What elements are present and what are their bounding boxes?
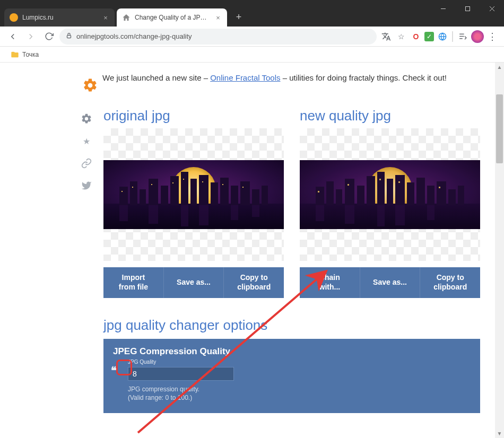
svg-rect-26 bbox=[252, 189, 259, 205]
separator bbox=[452, 31, 453, 42]
svg-rect-37 bbox=[149, 205, 158, 224]
chain-with-button[interactable]: Chain with... bbox=[300, 267, 360, 298]
svg-rect-32 bbox=[183, 179, 184, 180]
browser-tab-lumpics[interactable]: Lumpics.ru × bbox=[4, 8, 115, 27]
svg-rect-23 bbox=[220, 178, 229, 205]
url-text: onlinejpgtools.com/change-jpg-quality bbox=[76, 32, 192, 40]
settings-gear-icon[interactable] bbox=[80, 112, 93, 125]
bookmark-star-icon[interactable]: ☆ bbox=[395, 30, 407, 43]
lock-icon bbox=[66, 32, 72, 40]
svg-rect-24 bbox=[231, 186, 238, 205]
twitter-share-icon[interactable] bbox=[80, 179, 93, 192]
original-heading: original jpg bbox=[103, 108, 284, 124]
new-quality-column: new quality jpg bbox=[300, 108, 480, 298]
reload-button[interactable] bbox=[41, 29, 56, 44]
address-bar[interactable]: onlinejpgtools.com/change-jpg-quality bbox=[59, 29, 377, 45]
svg-rect-38 bbox=[181, 205, 188, 226]
svg-rect-21 bbox=[199, 175, 208, 205]
quality-description: JPG compression quality. (Valid range: 0… bbox=[128, 385, 471, 403]
svg-rect-22 bbox=[211, 182, 218, 205]
scroll-down-arrow-icon[interactable]: ▼ bbox=[495, 429, 504, 438]
close-icon[interactable]: × bbox=[214, 14, 222, 21]
svg-rect-30 bbox=[151, 184, 152, 185]
svg-rect-70 bbox=[300, 160, 480, 229]
compression-quality-title: JPEG Compression Quality bbox=[113, 346, 471, 357]
svg-rect-41 bbox=[252, 205, 259, 217]
svg-rect-17 bbox=[161, 186, 168, 205]
forward-button[interactable] bbox=[23, 29, 38, 44]
link-chain-icon[interactable] bbox=[80, 157, 93, 170]
city-image-icon bbox=[300, 160, 480, 229]
promo-link[interactable]: Online Fractal Tools bbox=[210, 73, 280, 82]
new-quality-heading: new quality jpg bbox=[300, 108, 480, 124]
svg-rect-40 bbox=[231, 205, 238, 220]
new-quality-image-preview[interactable] bbox=[300, 128, 480, 261]
favorite-star-icon[interactable]: ★ bbox=[80, 135, 93, 147]
folder-icon bbox=[11, 50, 19, 59]
reading-list-icon[interactable] bbox=[456, 30, 469, 43]
window-titlebar bbox=[0, 0, 504, 6]
svg-rect-34 bbox=[222, 184, 223, 185]
favicon-icon bbox=[10, 13, 18, 22]
promo-gear-icon bbox=[82, 77, 98, 93]
favicon-icon bbox=[122, 13, 131, 22]
svg-rect-4 bbox=[67, 36, 71, 38]
options-heading: jpg quality changer options bbox=[103, 317, 475, 334]
svg-rect-16 bbox=[149, 179, 158, 205]
menu-button[interactable]: ⋮ bbox=[486, 30, 499, 43]
svg-rect-36 bbox=[119, 205, 128, 221]
tab-title: Lumpics.ru bbox=[22, 14, 98, 21]
side-toolbar: ★ bbox=[80, 112, 93, 192]
svg-rect-28 bbox=[121, 191, 123, 192]
copy-to-clipboard-button[interactable]: Copy to clipboard bbox=[420, 267, 480, 298]
field-label: JPG Quality bbox=[128, 359, 471, 365]
browser-tab-onlinejpgtools[interactable]: Change Quality of a JPEG - Onlin × bbox=[117, 8, 227, 27]
save-as-button[interactable]: Save as... bbox=[360, 267, 421, 298]
svg-rect-19 bbox=[181, 172, 188, 205]
opera-extension-icon[interactable]: O bbox=[410, 30, 422, 43]
options-panel: JPEG Compression Quality JPG Quality ❝ J… bbox=[103, 339, 480, 414]
scrollbar-thumb[interactable] bbox=[496, 94, 503, 163]
tab-strip: Lumpics.ru × Change Quality of a JPEG - … bbox=[0, 6, 504, 27]
svg-rect-20 bbox=[190, 179, 197, 205]
svg-rect-13 bbox=[119, 187, 128, 205]
city-image-icon bbox=[103, 160, 284, 229]
new-tab-button[interactable]: + bbox=[231, 10, 246, 24]
window-maximize-button[interactable] bbox=[455, 0, 480, 17]
save-as-button[interactable]: Save as... bbox=[164, 267, 224, 298]
bookmarks-bar: Точка bbox=[0, 47, 504, 63]
svg-rect-39 bbox=[199, 205, 208, 225]
window-close-button[interactable] bbox=[480, 0, 504, 17]
svg-rect-27 bbox=[262, 186, 268, 205]
vertical-scrollbar[interactable]: ▲ ▼ bbox=[495, 63, 504, 438]
page-content-scrollarea[interactable]: We just launched a new site – Online Fra… bbox=[0, 63, 504, 438]
quality-input[interactable] bbox=[128, 367, 234, 381]
svg-rect-25 bbox=[240, 181, 250, 205]
profile-avatar[interactable] bbox=[471, 30, 484, 43]
bookmark-folder-tochka[interactable]: Точка bbox=[7, 49, 42, 60]
quote-icon: ❝ bbox=[111, 364, 116, 377]
browser-toolbar: onlinejpgtools.com/change-jpg-quality ☆ … bbox=[0, 27, 504, 47]
original-image-preview[interactable] bbox=[103, 128, 284, 261]
globe-extension-icon[interactable] bbox=[436, 30, 449, 43]
check-extension-icon[interactable]: ✓ bbox=[424, 32, 434, 41]
window-minimize-button[interactable] bbox=[431, 0, 455, 17]
import-from-file-button[interactable]: Import from file bbox=[103, 267, 164, 298]
back-button[interactable] bbox=[5, 29, 20, 44]
copy-to-clipboard-button[interactable]: Copy to clipboard bbox=[224, 267, 284, 298]
svg-rect-18 bbox=[170, 176, 179, 205]
translate-icon[interactable] bbox=[380, 30, 393, 43]
svg-rect-31 bbox=[172, 182, 173, 183]
tab-title: Change Quality of a JPEG - Onlin bbox=[135, 14, 210, 21]
original-column: original jpg bbox=[103, 108, 284, 298]
svg-rect-33 bbox=[202, 181, 203, 182]
scroll-up-arrow-icon[interactable]: ▲ bbox=[495, 63, 504, 72]
bookmark-label: Точка bbox=[22, 51, 39, 58]
svg-rect-1 bbox=[465, 6, 470, 11]
close-icon[interactable]: × bbox=[102, 14, 109, 21]
svg-rect-15 bbox=[140, 189, 146, 205]
svg-rect-29 bbox=[132, 187, 133, 188]
svg-rect-14 bbox=[130, 181, 137, 205]
svg-rect-35 bbox=[242, 187, 244, 188]
